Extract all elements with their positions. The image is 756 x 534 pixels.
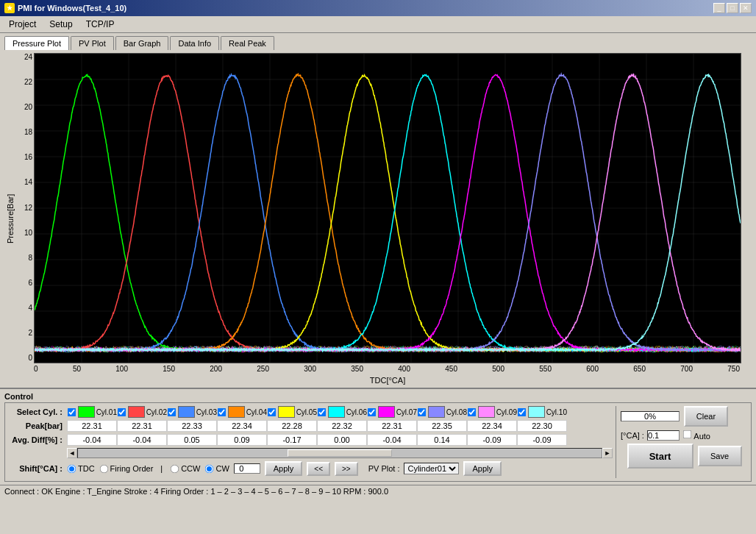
- tab-bar-graph[interactable]: Bar Graph: [115, 36, 169, 50]
- clear-button[interactable]: Clear: [684, 406, 728, 427]
- app-icon: ★: [4, 3, 15, 13]
- cyl-cell-9: Cyl.09: [467, 406, 517, 418]
- avg-diff-cell-4: 0.09: [217, 434, 267, 446]
- x-ticks: 050100150200 250300350400450 50055060065…: [34, 363, 740, 373]
- cyl-checkbox-5[interactable]: [268, 407, 277, 416]
- avg-diff-cell-5: -0.17: [267, 434, 317, 446]
- cyl-checkbox-8[interactable]: [418, 407, 427, 416]
- cyl-checkbox-7[interactable]: [368, 407, 377, 416]
- cyl-checkbox-2[interactable]: [118, 407, 126, 416]
- cyl-cell-7: Cyl.07: [367, 406, 417, 418]
- ccw-radio[interactable]: [171, 464, 179, 473]
- peak-cell-9: 22.34: [467, 420, 517, 432]
- control-title: Control: [4, 392, 752, 401]
- minimize-button[interactable]: _: [713, 3, 725, 13]
- tdc-radio[interactable]: [68, 464, 76, 473]
- cyl-checkbox-6[interactable]: [318, 407, 327, 416]
- maximize-button[interactable]: □: [727, 3, 738, 13]
- menu-project[interactable]: Project: [3, 18, 42, 31]
- pv-plot-select[interactable]: Cylinder01: [404, 463, 459, 474]
- avg-diff-cell-10: -0.09: [517, 434, 567, 446]
- firing-order-radio-label[interactable]: Firing Order: [99, 464, 154, 474]
- tab-pv-plot[interactable]: PV Plot: [71, 36, 114, 50]
- avg-diff-cell-7: -0.04: [367, 434, 417, 446]
- y-axis-label: Pressure[Bar]: [3, 53, 18, 385]
- cyl-name-8: Cyl.08: [446, 408, 467, 416]
- cyl-checkbox-9[interactable]: [468, 407, 477, 416]
- cyl-color-6: [328, 406, 345, 418]
- shift-value-input[interactable]: [234, 463, 260, 474]
- pct-input[interactable]: 0%: [621, 411, 680, 421]
- auto-checkbox[interactable]: [683, 430, 692, 439]
- tdc-radio-label[interactable]: TDC: [67, 464, 95, 474]
- ccw-radio-label[interactable]: CCW: [170, 464, 200, 474]
- apply-shift-button[interactable]: Apply: [265, 461, 303, 476]
- cyl-name-9: Cyl.09: [496, 408, 517, 416]
- status-text: Connect : OK Engine : T_Engine Stroke : …: [4, 487, 388, 496]
- close-button[interactable]: ✕: [740, 3, 752, 13]
- menu-setup[interactable]: Setup: [43, 18, 78, 31]
- tab-data-info[interactable]: Data Info: [170, 36, 219, 50]
- cyl-name-4: Cyl.04: [246, 408, 267, 416]
- peak-label: Peak[bar]: [8, 421, 67, 430]
- peak-cell-10: 22.30: [517, 420, 567, 432]
- peak-cell-4: 22.34: [217, 420, 267, 432]
- cyl-checkbox-1[interactable]: [68, 407, 76, 416]
- cyl-checkbox-10[interactable]: [518, 407, 527, 416]
- cyl-cell-3: Cyl.03: [167, 406, 217, 418]
- avg-diff-cell-2: -0.04: [117, 434, 167, 446]
- peak-cell-7: 22.31: [367, 420, 417, 432]
- right-controls: 0% Clear [°CA] : Auto Start Save: [616, 406, 748, 478]
- ca-value-input[interactable]: [647, 430, 680, 441]
- title-bar: ★ PMI for Windows(Test_4_10) _ □ ✕: [0, 0, 756, 16]
- select-cyl-label: Select Cyl. :: [8, 407, 67, 416]
- auto-checkbox-label[interactable]: Auto: [682, 430, 710, 441]
- cyl-name-6: Cyl.06: [346, 408, 367, 416]
- avg-diff-cell-6: 0.00: [317, 434, 367, 446]
- cyl-color-7: [378, 406, 395, 418]
- cyl-checkbox-4[interactable]: [218, 407, 227, 416]
- pv-plot-label: PV Plot :: [368, 464, 400, 473]
- nav-next-button[interactable]: >>: [335, 462, 358, 476]
- cyl-cell-5: Cyl.05: [267, 406, 317, 418]
- pressure-chart: [34, 53, 741, 363]
- firing-order-radio[interactable]: [99, 464, 108, 473]
- cyl-color-1: [78, 406, 95, 418]
- cyl-cell-10: Cyl.10: [517, 406, 567, 418]
- tab-pressure-plot[interactable]: Pressure Plot: [4, 36, 69, 50]
- avg-diff-row: Avg. Diff[%] : -0.04-0.040.050.09-0.170.…: [8, 434, 613, 446]
- menu-bar: Project Setup TCP/IP: [0, 16, 756, 33]
- tab-real-peak[interactable]: Real Peak: [221, 36, 274, 50]
- cyl-color-5: [278, 406, 295, 418]
- cw-radio[interactable]: [205, 464, 214, 473]
- avg-diff-cell-3: 0.05: [167, 434, 217, 446]
- peak-cell-5: 22.28: [267, 420, 317, 432]
- cyl-name-7: Cyl.07: [396, 408, 417, 416]
- select-cyl-row: Select Cyl. : Cyl.01 Cyl.02 Cyl.03 Cyl.0…: [8, 406, 613, 418]
- window-title: PMI for Windows(Test_4_10): [18, 4, 126, 13]
- start-button[interactable]: Start: [627, 444, 693, 469]
- cyl-name-3: Cyl.03: [196, 408, 217, 416]
- scroll-track[interactable]: [77, 448, 602, 458]
- scroll-right-btn[interactable]: ►: [602, 448, 613, 458]
- cyl-checkbox-3[interactable]: [168, 407, 176, 416]
- cw-radio-label[interactable]: CW: [204, 464, 229, 474]
- cyl-cell-2: Cyl.02: [117, 406, 167, 418]
- scroll-left-btn[interactable]: ◄: [67, 448, 77, 458]
- cyl-name-5: Cyl.05: [296, 408, 317, 416]
- control-section: Control Select Cyl. : Cyl.01 Cyl.02 Cyl.…: [0, 388, 756, 485]
- cyl-color-4: [228, 406, 245, 418]
- cyl-name-1: Cyl.01: [96, 408, 117, 416]
- cyl-name-10: Cyl.10: [546, 408, 567, 416]
- cyl-cell-4: Cyl.04: [217, 406, 267, 418]
- apply-pv-button[interactable]: Apply: [463, 461, 502, 476]
- nav-prev-button[interactable]: <<: [307, 462, 330, 476]
- auto-label: Auto: [693, 432, 710, 441]
- avg-diff-cell-8: 0.14: [417, 434, 467, 446]
- peak-cell-2: 22.31: [117, 420, 167, 432]
- shift-row: Shift[°CA] : TDC Firing Order | CCW: [8, 461, 613, 476]
- shift-label: Shift[°CA] :: [8, 464, 67, 473]
- save-button[interactable]: Save: [698, 446, 742, 466]
- peak-cell-1: 22.31: [67, 420, 117, 432]
- menu-tcpip[interactable]: TCP/IP: [80, 18, 121, 31]
